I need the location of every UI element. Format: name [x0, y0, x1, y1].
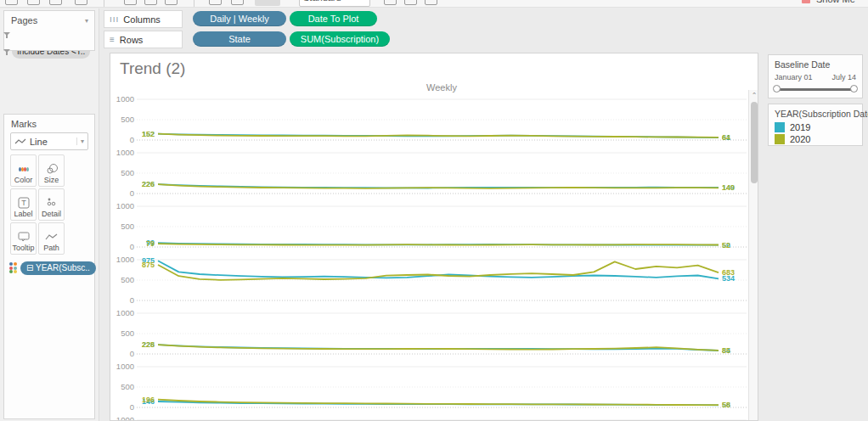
- slider-handle-right[interactable]: [850, 85, 858, 93]
- panel-plot: [137, 97, 747, 150]
- add-datasource-icon[interactable]: [49, 0, 62, 5]
- pill-date-to-plot[interactable]: Date To Plot: [290, 11, 377, 26]
- columns-icon: ııı: [110, 14, 119, 24]
- chart-panel: 1000500099507952: [110, 204, 758, 257]
- pill-daily-weekly[interactable]: Daily | Weekly: [193, 11, 286, 26]
- filter-icon: [3, 31, 10, 38]
- scroll-up-icon[interactable]: ⌃: [749, 90, 758, 101]
- rows-icon: ≡: [110, 35, 116, 44]
- pill-state[interactable]: State: [193, 31, 286, 47]
- text-label-icon: T: [18, 196, 30, 210]
- path-button[interactable]: Path: [38, 222, 65, 255]
- panel-plot: [137, 311, 747, 364]
- sort-ascending-icon[interactable]: [231, 0, 244, 5]
- detail-button[interactable]: Detail: [38, 188, 65, 221]
- slider-handle-left[interactable]: [773, 85, 781, 93]
- toolbar-divider: [104, 0, 104, 7]
- show-me-button[interactable]: Show Me: [816, 0, 855, 4]
- undo-icon[interactable]: [5, 0, 18, 5]
- line-start-label-2020: 228: [124, 340, 155, 349]
- slider-max-label: July 14: [831, 73, 856, 81]
- pill-sum-subscription[interactable]: SUM(Subscription): [290, 31, 390, 47]
- slider-track[interactable]: [775, 88, 856, 91]
- y-axis-tick: 500: [110, 115, 134, 124]
- chevron-down-icon: ▾: [76, 138, 84, 145]
- scrollbar-thumb[interactable]: [751, 102, 758, 183]
- baseline-date-slider[interactable]: [775, 83, 856, 95]
- line-start-label-2020: 196: [124, 396, 155, 404]
- highlight-button[interactable]: [255, 0, 280, 6]
- show-mark-labels-icon[interactable]: [384, 0, 397, 5]
- highlight-caret-icon[interactable]: ▾: [285, 0, 298, 5]
- left-panel: Pages ▾ Filters Baseline Date Include Da…: [0, 8, 99, 421]
- rows-shelf-label: ≡ Rows: [104, 31, 183, 48]
- trend-line-2019[interactable]: [158, 261, 719, 278]
- legend-item-2020[interactable]: 2020: [769, 134, 862, 146]
- fit-selector[interactable]: Standard▾: [299, 0, 370, 7]
- line-end-label-2020: 64: [722, 133, 747, 142]
- line-start-label-2020: 152: [124, 130, 155, 138]
- presentation-mode-icon[interactable]: [425, 0, 437, 5]
- y-axis-tick: 1000: [110, 95, 134, 104]
- y-axis-tick: 0: [110, 296, 134, 305]
- marks-title: Marks: [4, 115, 94, 131]
- color-dots-icon: [9, 262, 18, 274]
- size-button[interactable]: Size: [38, 154, 65, 187]
- duplicate-icon[interactable]: [144, 0, 157, 5]
- y-axis-tick: 500: [110, 383, 134, 391]
- save-icon[interactable]: [27, 0, 40, 5]
- marks-buttons: Color Size T Label: [9, 154, 90, 255]
- baseline-date-card: Baseline Date January 01 July 14: [768, 54, 863, 98]
- marks-card: Marks Line ▾ Color Size: [3, 114, 95, 419]
- y-axis-tick: 1000: [110, 149, 134, 157]
- y-axis-tick: 1000: [110, 416, 134, 421]
- y-axis-tick: 0: [110, 189, 134, 198]
- line-end-label-2020: 52: [722, 241, 747, 250]
- svg-text:T: T: [21, 199, 26, 207]
- pause-updates-icon[interactable]: [75, 0, 87, 5]
- line-start-label-2020: 875: [124, 261, 155, 269]
- y-axis-tick: 1000: [110, 202, 134, 210]
- chart-panel: 100050002268422885: [110, 311, 758, 364]
- panel-plot: [137, 418, 747, 421]
- line-start-label-2020: 79: [124, 239, 155, 248]
- detail-dots-icon: [46, 196, 58, 210]
- tableau-window: ▾ Standard▾ Show Me Pages ▾ Filters Base…: [0, 0, 868, 421]
- vertical-scrollbar[interactable]: ⌃: [748, 90, 758, 421]
- color-button[interactable]: Color: [10, 154, 37, 187]
- line-end-label-2020: 683: [722, 268, 747, 277]
- swap-axes-icon[interactable]: [209, 0, 222, 5]
- panel-plot: [137, 364, 747, 418]
- line-mark-icon: [14, 138, 26, 145]
- label-button[interactable]: T Label: [10, 188, 37, 221]
- y-axis-tick: 500: [110, 169, 134, 177]
- column-header-weekly: Weekly: [137, 82, 747, 93]
- baseline-date-title: Baseline Date: [769, 55, 862, 71]
- encoding-pill-year[interactable]: ⊟ YEAR(Subsc..: [20, 261, 96, 275]
- encoding-row: ⊟ YEAR(Subsc..: [9, 261, 94, 275]
- chart-panel: 100050001526115264: [110, 97, 758, 150]
- line-end-label-2020: 85: [722, 346, 747, 355]
- clear-sheet-icon[interactable]: [165, 0, 178, 5]
- legend-item-2019[interactable]: 2019: [769, 121, 862, 134]
- worksheet: Trend (2) Weekly 10005000152611526410005…: [110, 53, 758, 421]
- trend-line-2020[interactable]: [158, 400, 719, 406]
- tooltip-bubble-icon: [18, 230, 30, 244]
- path-zigzag-icon: [45, 230, 59, 244]
- columns-shelf-label: ııı Columns: [104, 10, 183, 28]
- panel-plot: [137, 150, 747, 204]
- y-axis-tick: 500: [110, 222, 134, 231]
- mark-type-dropdown[interactable]: Line ▾: [10, 132, 88, 150]
- chart-panel: 10005000: [110, 418, 758, 421]
- fix-axes-icon[interactable]: [404, 0, 417, 5]
- slider-min-label: January 01: [775, 73, 813, 81]
- year-legend-title: YEAR(Subscription Date): [769, 104, 862, 121]
- tooltip-button[interactable]: Tooltip: [10, 222, 37, 255]
- y-axis-tick: 500: [110, 329, 134, 338]
- sheet-title: Trend (2): [120, 59, 185, 78]
- chevron-down-icon[interactable]: ▾: [85, 17, 88, 25]
- y-axis-tick: 0: [110, 350, 134, 358]
- new-worksheet-icon[interactable]: [124, 0, 137, 5]
- line-start-label-2020: 226: [124, 180, 155, 188]
- show-me-icon[interactable]: [802, 0, 810, 3]
